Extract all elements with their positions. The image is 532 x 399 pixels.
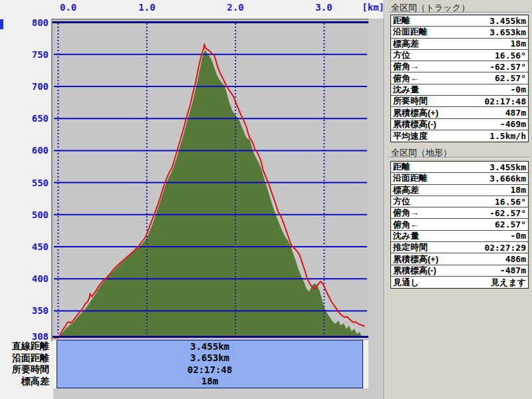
- y-axis-tick-label: 600: [0, 145, 49, 156]
- summary-label: 直線距離: [0, 341, 49, 351]
- stats-row: 見通し見えます: [391, 277, 528, 288]
- stats-row: 所要時間02:17:48: [391, 96, 528, 107]
- stat-value: 02:17:48: [484, 96, 526, 106]
- stat-value: 1.5km/h: [489, 131, 526, 141]
- stats-row: 累積標高(+)486m: [391, 253, 528, 265]
- stats-row: 累積標高(-)-469m: [391, 119, 528, 130]
- km-unit-label: [km]: [356, 2, 384, 13]
- x-axis-tick-label: 0.0: [60, 2, 86, 13]
- stats-row: 平均速度1.5km/h: [391, 130, 528, 142]
- plot-bottom-border: [53, 336, 368, 338]
- stat-label: 方位: [393, 49, 410, 61]
- stat-label: 俯角→: [393, 61, 419, 72]
- right-gutter: [368, 19, 384, 399]
- y-axis-tick-label: 500: [0, 209, 49, 220]
- stat-value: -469m: [500, 119, 526, 129]
- stat-value: -0m: [511, 84, 526, 94]
- stat-label: 沿面距離: [393, 26, 428, 38]
- stat-value: 486m: [505, 254, 526, 264]
- x-axis-tick-label: 2.0: [222, 2, 249, 13]
- stats-row: 俯角←62.57°: [391, 72, 528, 84]
- stats-row: 俯角←62.57°: [391, 219, 528, 230]
- summary-value-box: 3.455km3.653km02:17:4818m: [57, 340, 363, 388]
- plot-top-border: [53, 21, 368, 23]
- stat-value: 62.57°: [495, 73, 526, 83]
- y-axis-tick-label: 350: [0, 305, 49, 316]
- stat-label: 平均速度: [393, 130, 428, 142]
- stat-value: 見えます: [491, 277, 526, 289]
- stats-row: 沈み量-0m: [391, 231, 528, 242]
- stat-label: 標高差: [393, 38, 419, 50]
- stat-label: 推定時間: [393, 241, 428, 253]
- stat-label: 沈み量: [393, 230, 419, 242]
- stat-value: 3.666km: [489, 174, 526, 184]
- stats-row: 沿面距離3.666km: [391, 173, 528, 184]
- groove-line: [388, 12, 530, 13]
- y-axis-tick-label: 800: [0, 17, 49, 28]
- stats-table-terrain: 距離3.455km沿面距離3.666km標高差18m方位16.56°俯角→-62…: [390, 161, 529, 289]
- summary-value: 3.653km: [57, 353, 362, 363]
- stat-value: 62.57°: [495, 219, 526, 229]
- stats-row: 俯角→-62.57°: [391, 207, 528, 219]
- summary-labels: 直線距離沿面距離所要時間標高差: [0, 340, 49, 388]
- stats-row: 推定時間02:27:29: [391, 242, 528, 253]
- y-axis-tick-label: 400: [0, 273, 49, 284]
- stats-row: 累積標高(-)-487m: [391, 265, 528, 277]
- stat-label: 沿面距離: [393, 172, 428, 184]
- summary-label: 標高差: [0, 376, 49, 386]
- summary-label: 沿面距離: [0, 353, 49, 363]
- y-axis-labels: 800750700650600550500450400350308: [0, 0, 49, 399]
- y-axis-tick-label: 700: [0, 81, 49, 92]
- stat-value: 02:27:29: [484, 243, 526, 253]
- stat-label: 沈み量: [393, 84, 419, 96]
- stats-row: 累積標高(+)487m: [391, 107, 528, 118]
- x-axis-tick-label: 1.0: [134, 2, 160, 13]
- summary-label: 所要時間: [0, 364, 49, 374]
- y-axis-tick-label: 550: [0, 178, 49, 188]
- stat-label: 累積標高(+): [393, 107, 438, 119]
- stats-panel: 全区間（トラック） 距離3.455km沿面距離3.653km標高差18m方位16…: [385, 0, 532, 399]
- stat-value: -62.57°: [489, 62, 526, 72]
- summary-value: 18m: [57, 376, 362, 386]
- stats-row: 沿面距離3.653km: [391, 27, 528, 38]
- stats-row: 方位16.56°: [391, 50, 528, 61]
- stat-value: 18m: [511, 39, 526, 49]
- stat-label: 俯角←: [393, 72, 419, 84]
- stat-value: 16.56°: [495, 197, 526, 207]
- elevation-profile-chart: [53, 20, 368, 340]
- stat-label: 俯角←: [393, 219, 419, 231]
- stats-row: 標高差18m: [391, 185, 528, 196]
- stat-label: 方位: [393, 196, 410, 207]
- y-axis-tick-label: 650: [0, 113, 49, 124]
- summary-value: 02:17:48: [57, 365, 362, 375]
- stats-row: 距離3.455km: [391, 162, 528, 173]
- stat-value: -487m: [500, 265, 526, 275]
- stats-row: 方位16.56°: [391, 196, 528, 207]
- bottom-gutter: [53, 388, 368, 399]
- stat-value: -62.57°: [489, 208, 526, 218]
- stat-label: 距離: [393, 15, 410, 27]
- elevation-chart-frame: [51, 19, 370, 342]
- stat-value: 16.56°: [495, 51, 526, 61]
- stat-label: 累積標高(-): [393, 265, 436, 277]
- summary-value: 3.455km: [57, 342, 362, 352]
- stats-row: 沈み量-0m: [391, 84, 528, 96]
- stat-value: 3.653km: [489, 27, 526, 37]
- stat-label: 所要時間: [393, 95, 428, 107]
- stats-row: 距離3.455km: [391, 15, 528, 27]
- stat-value: 3.455km: [489, 16, 526, 26]
- stat-value: 3.455km: [489, 162, 526, 172]
- stat-value: -0m: [511, 231, 526, 241]
- stat-label: 累積標高(+): [393, 253, 438, 265]
- y-axis-tick-label: 750: [0, 49, 49, 60]
- stats-row: 俯角→-62.57°: [391, 61, 528, 72]
- stat-label: 俯角→: [393, 207, 419, 219]
- stat-label: 標高差: [393, 184, 419, 196]
- x-axis-tick-label: 3.0: [311, 2, 337, 13]
- stats-row: 標高差18m: [391, 39, 528, 50]
- stat-label: 距離: [393, 161, 410, 173]
- stat-value: 487m: [505, 108, 526, 118]
- y-axis-tick-label: 450: [0, 241, 49, 252]
- stats-table-track: 距離3.455km沿面距離3.653km標高差18m方位16.56°俯角→-62…: [390, 15, 529, 142]
- stat-label: 累積標高(-): [393, 118, 436, 130]
